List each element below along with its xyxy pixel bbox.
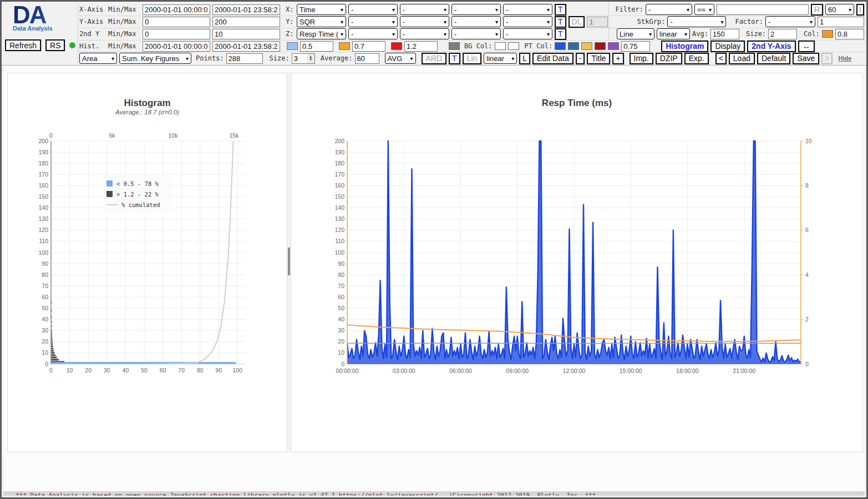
pt-color-5-swatch[interactable] <box>608 42 619 50</box>
pt-color-3-swatch[interactable] <box>581 42 592 50</box>
threshold1-input[interactable]: 0.5 <box>300 41 333 52</box>
histogram-plot[interactable]: 0102030405060708090100110120130140150160… <box>34 132 295 382</box>
threshold2-input[interactable]: 0.7 <box>352 41 385 52</box>
edit-data-button[interactable]: Edit Data <box>532 53 573 64</box>
threshold3-color-swatch[interactable] <box>391 42 402 50</box>
points-input[interactable]: 288 <box>226 53 263 64</box>
z-dim1-select[interactable]: Resp Time (▾ <box>297 28 346 39</box>
pt-color-1-swatch[interactable] <box>555 42 566 50</box>
stepper-arrows-icon[interactable]: ▲▼ <box>307 54 314 63</box>
size-stepper[interactable]: 3 ▲▼ <box>292 53 315 64</box>
title-minus-button[interactable]: - <box>576 53 585 64</box>
y-dim3-select[interactable]: -▾ <box>400 16 449 27</box>
threshold3-input[interactable]: 1.2 <box>404 41 438 52</box>
hist-min-input[interactable]: 2000-01-01 00:00:0 <box>143 41 210 52</box>
legend-item[interactable]: < 0.5 - 78 % <box>106 178 167 189</box>
dl-button[interactable]: DL <box>568 16 585 28</box>
legend-item[interactable]: > 1.2 - 22 % <box>106 189 167 199</box>
avg-window-input[interactable]: 150 <box>710 29 739 39</box>
factor-value-input[interactable]: 1 <box>818 17 864 27</box>
interval-toggle-button[interactable]: I <box>856 4 864 16</box>
second-y-min-input[interactable]: 0 <box>143 29 210 39</box>
svg-text:160: 160 <box>38 182 48 189</box>
interp-select[interactable]: linear▾ <box>484 53 517 64</box>
export-button[interactable]: Exp. <box>684 53 709 64</box>
refresh-button[interactable]: Refresh <box>5 39 41 51</box>
x-dim3-select[interactable]: -▾ <box>400 4 449 15</box>
average-input[interactable]: 60 <box>355 53 379 64</box>
z-dim5-select[interactable]: -▾ <box>503 28 552 39</box>
svg-text:20: 20 <box>338 338 344 345</box>
factor-select[interactable]: -▾ <box>765 16 815 27</box>
x-dim4-select[interactable]: -▾ <box>451 4 501 15</box>
y-dim1-select[interactable]: SQR▾ <box>297 16 346 27</box>
x-dim1-select[interactable]: Time▾ <box>297 4 346 15</box>
chevron-down-icon: ▾ <box>849 7 851 13</box>
xaxis-max-input[interactable]: 2000-01-01 23:58:2 <box>212 4 280 15</box>
display-button[interactable]: Display <box>710 41 745 52</box>
l-button[interactable]: L <box>519 53 530 64</box>
dl-value-input[interactable]: 1 <box>587 17 608 27</box>
x-time-toggle-button[interactable]: T <box>555 4 566 16</box>
line2-color-swatch[interactable] <box>822 30 833 38</box>
y-time-toggle-button[interactable]: T <box>555 16 566 28</box>
filter-value-input[interactable] <box>717 4 809 15</box>
save-button[interactable]: Save <box>793 53 819 64</box>
load-button[interactable]: Load <box>729 53 755 64</box>
chart-type-select[interactable]: Area▾ <box>79 53 117 64</box>
series-gray-swatch[interactable] <box>449 42 460 50</box>
lin-button[interactable]: Lin <box>463 53 482 64</box>
t-toggle-button[interactable]: T <box>449 53 460 64</box>
import-button[interactable]: Imp. <box>630 53 653 64</box>
yaxis-max-input[interactable]: 200 <box>212 17 280 27</box>
z-time-toggle-button[interactable]: T <box>555 28 566 40</box>
second-y-max-input[interactable]: 10 <box>212 29 280 39</box>
avg-fn-select[interactable]: AVG▾ <box>385 53 416 64</box>
pt-color-2-swatch[interactable] <box>568 42 579 50</box>
next-button[interactable]: > <box>821 53 833 64</box>
legend-item[interactable]: % cumulated <box>106 199 167 210</box>
r-button[interactable]: R <box>811 4 823 16</box>
splitter-grip[interactable] <box>288 248 290 275</box>
default-button[interactable]: Default <box>757 53 790 64</box>
line2-alpha-input[interactable]: 0.8 <box>835 29 864 39</box>
threshold2-color-swatch[interactable] <box>339 42 350 50</box>
xaxis-min-input[interactable]: 2000-01-01 00:00:0 <box>143 4 210 15</box>
z-dim2-select[interactable]: -▾ <box>348 28 398 39</box>
filter-op-select[interactable]: ==▾ <box>694 4 714 15</box>
stkgrp-select[interactable]: -▾ <box>667 16 726 27</box>
y-dim4-select[interactable]: -▾ <box>451 16 501 27</box>
pt-alpha-input[interactable]: 0.75 <box>621 41 650 52</box>
y-dim5-select[interactable]: -▾ <box>503 16 552 27</box>
x-dim5-select[interactable]: -▾ <box>503 4 552 15</box>
y-dim2-select[interactable]: -▾ <box>348 16 398 27</box>
hist-max-input[interactable]: 2000-01-01 23:58:2 <box>212 41 280 52</box>
svg-text:10k: 10k <box>169 132 179 139</box>
title-plus-button[interactable]: + <box>612 53 623 64</box>
bg-color-2-swatch[interactable] <box>508 42 519 50</box>
x-dim2-select[interactable]: -▾ <box>348 4 398 15</box>
yaxis-min-input[interactable]: 0 <box>143 17 210 27</box>
resp-time-plot[interactable]: 0102030405060708090100110120130140150160… <box>313 133 846 380</box>
minmax-label: Min/Max <box>108 6 140 13</box>
filter-field-select[interactable]: -▾ <box>646 4 692 15</box>
histogram-toggle-button[interactable]: Histogram <box>661 41 708 52</box>
ard-button[interactable]: ARD <box>422 53 447 64</box>
rs-button[interactable]: RS <box>45 39 65 51</box>
hide-link[interactable]: Hide <box>838 55 851 62</box>
title-button[interactable]: Title <box>587 53 610 64</box>
swap-axes-button[interactable]: ↔ <box>798 41 815 52</box>
pt-color-4-swatch[interactable] <box>595 42 606 50</box>
dzip-button[interactable]: DZIP <box>656 53 682 64</box>
z-dim4-select[interactable]: -▾ <box>451 28 501 39</box>
aggregation-select[interactable]: Sum. Key Figures▾ <box>119 53 191 64</box>
size2-input[interactable]: 2 <box>768 29 797 39</box>
second-y-axis-toggle-button[interactable]: 2nd Y-Axis <box>747 41 795 52</box>
refresh-interval-select[interactable]: 60▾ <box>825 4 854 15</box>
interp-2-select[interactable]: linear▾ <box>657 28 690 39</box>
prev-button[interactable]: < <box>715 53 727 64</box>
threshold1-color-swatch[interactable] <box>287 42 298 50</box>
bg-color-1-swatch[interactable] <box>495 42 506 50</box>
chart-type-2-select[interactable]: Line▾ <box>617 28 654 39</box>
z-dim3-select[interactable]: -▾ <box>400 28 449 39</box>
